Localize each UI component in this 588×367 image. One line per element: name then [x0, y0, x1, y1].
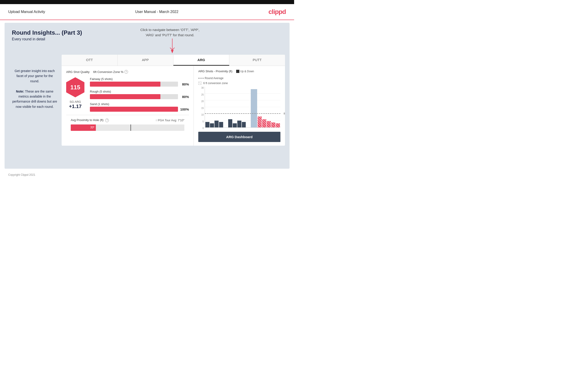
bar-col-9	[242, 122, 246, 127]
y-label-15: 15	[201, 107, 204, 109]
main-panel: OTT APP ARG PUTT ARG Shot Quality 6ft Co…	[62, 55, 285, 146]
left-section: ARG Shot Quality 6ft Conversion Zone % ?…	[62, 66, 194, 146]
chart-y-axis: 0 5 10 15 20 25 30	[198, 87, 205, 129]
bar-col-13	[262, 119, 266, 127]
legend-roundavg: Round Average	[198, 77, 224, 80]
y-label-30: 30	[201, 87, 204, 89]
bar-fill-sand	[90, 107, 178, 112]
bar-col-16	[276, 123, 280, 127]
shot-row-fairway: Fairway (5 shots) 80%	[90, 77, 189, 87]
bar-pct-sand: 100%	[180, 107, 189, 111]
bar-track-fairway	[90, 82, 178, 87]
header: Upload Manual Activity User Manual - Mar…	[0, 4, 294, 20]
chart-header: ARG Shots - Proximity (ft) Up & Down Rou…	[198, 69, 280, 80]
dashed-line	[205, 113, 280, 114]
insight-text: Get greater insight into each facet of y…	[12, 68, 58, 109]
logo: clippd	[268, 8, 286, 16]
shot-row-sand: Sand (1 shots) 100%	[90, 102, 189, 112]
bar-dark-4	[219, 122, 223, 127]
y-label-0: 0	[202, 127, 204, 129]
upload-link[interactable]: Upload Manual Activity	[8, 10, 45, 14]
bar-hatched-12	[258, 117, 262, 127]
left-inner: 115 SG ARG +1.17 Fairway (5 shots)	[66, 77, 189, 115]
tabs-row: OTT APP ARG PUTT	[62, 55, 285, 66]
svg-marker-0	[171, 50, 174, 53]
shot-row-rough: Rough (5 shots) 80%	[90, 90, 189, 99]
top-bar	[0, 0, 294, 4]
bar-dark-7	[233, 123, 237, 127]
bar-col-14	[267, 121, 271, 127]
chart-title: ARG Shots - Proximity (ft)	[198, 69, 233, 73]
proximity-value: 77'	[90, 126, 95, 129]
header-title: User Manual - March 2022	[135, 10, 178, 14]
bar-pct-fairway: 80%	[180, 82, 189, 86]
y-label-10: 10	[201, 114, 204, 116]
bar-pct-rough: 80%	[180, 95, 189, 99]
sg-label: SG ARG	[69, 100, 81, 103]
bar-hatched-15	[271, 122, 275, 127]
bar-col-11	[251, 89, 257, 127]
bar-dark-2	[210, 123, 214, 127]
proximity-help-icon[interactable]: ?	[105, 118, 109, 122]
bar-hatched-14	[267, 121, 271, 127]
proximity-label: Avg Proximity to Hole (ft) ?	[71, 118, 109, 122]
main-content: Round Insights... (Part 3) Every round i…	[5, 23, 290, 169]
insight-note: Note:	[16, 90, 24, 93]
conversion-help-icon[interactable]: ?	[124, 70, 128, 74]
proximity-section: Avg Proximity to Hole (ft) ? ↑ PGA Tour …	[66, 115, 189, 135]
tab-ott[interactable]: OTT	[62, 55, 118, 66]
bar-col-7	[233, 123, 237, 127]
bar-col-2	[210, 123, 214, 127]
conversion-label: 6ft Conversion Zone % ?	[93, 70, 128, 74]
hex-sg-container: 115 SG ARG +1.17	[66, 77, 84, 109]
legend-square-icon	[236, 70, 239, 73]
bar-row-rough: 80%	[90, 94, 189, 99]
copyright: Copyright Clippd 2021	[8, 173, 35, 176]
bar-col-8	[237, 121, 242, 127]
arg-dashboard-button[interactable]: ARG Dashboard	[198, 132, 280, 142]
bar-dark-8	[237, 121, 242, 127]
sg-value: +1.17	[69, 103, 82, 109]
dashed-value: 8	[284, 112, 285, 115]
right-section: ARG Shots - Proximity (ft) Up & Down Rou…	[194, 66, 285, 146]
section-header: ARG Shot Quality 6ft Conversion Zone % ?	[66, 70, 189, 74]
shot-label-sand: Sand (1 shots)	[90, 102, 189, 106]
proximity-cursor	[130, 125, 131, 131]
bar-col-5	[224, 126, 228, 127]
legend-dashed-icon	[198, 78, 204, 78]
bar-col-12	[258, 117, 262, 127]
bar-track-sand	[90, 107, 178, 112]
bar-dark-3	[215, 121, 219, 127]
y-label-25: 25	[201, 93, 204, 96]
legend-conversion: 6 ft conversion zone	[198, 82, 280, 85]
y-label-5: 5	[202, 120, 204, 123]
bar-highlight-11	[251, 89, 257, 127]
chart-area: 0 5 10 15 20 25 30 8	[198, 87, 280, 129]
bar-row-fairway: 80%	[90, 82, 189, 87]
tab-arg[interactable]: ARG	[173, 55, 229, 66]
hex-score: 115	[66, 77, 84, 97]
bar-col-1	[205, 122, 209, 127]
page-subtitle: Every round in detail	[12, 37, 282, 41]
proximity-bar-track: 77'	[71, 125, 184, 131]
bar-dark-1	[205, 122, 209, 127]
bar-row-sand: 100%	[90, 107, 189, 112]
bar-col-10	[246, 126, 250, 127]
tab-app[interactable]: APP	[118, 55, 173, 66]
shot-quality-section: Fairway (5 shots) 80% Rough (5 shots)	[87, 77, 189, 115]
shot-label-fairway: Fairway (5 shots)	[90, 77, 189, 81]
bar-hatched-13	[262, 119, 266, 127]
shot-quality-label: ARG Shot Quality	[66, 70, 90, 74]
bar-track-rough	[90, 94, 178, 99]
bar-fill-rough	[90, 94, 160, 99]
y-label-20: 20	[201, 100, 204, 103]
proximity-header: Avg Proximity to Hole (ft) ? ↑ PGA Tour …	[71, 118, 184, 122]
proximity-bar-fill: 77'	[71, 125, 96, 131]
page-title: Round Insights... (Part 3)	[12, 29, 282, 36]
bar-fill-fairway	[90, 82, 160, 87]
legend-updown: Up & Down	[236, 70, 254, 73]
bar-dark-6	[228, 119, 232, 127]
bar-col-4	[219, 122, 223, 127]
bar-dark-9	[242, 122, 246, 127]
tab-putt[interactable]: PUTT	[229, 55, 285, 66]
